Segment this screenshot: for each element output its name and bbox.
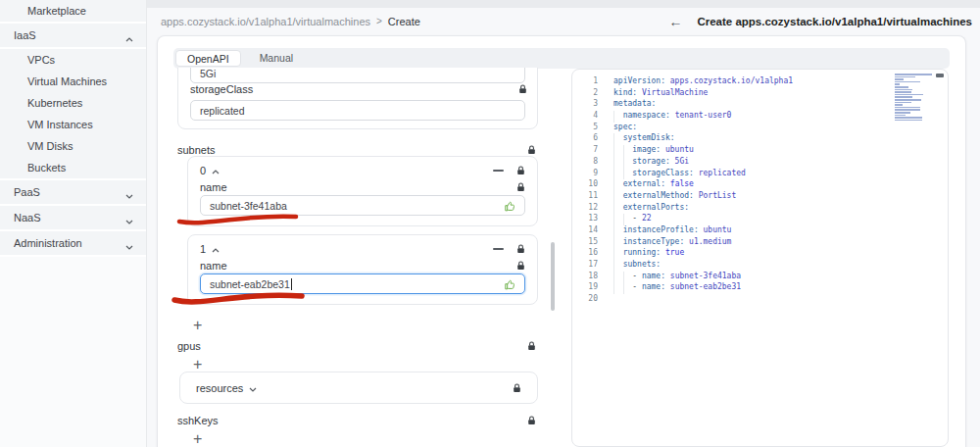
storage-input[interactable]: 5Gi [190, 68, 525, 83]
sidebar-item-vpcs[interactable]: VPCs [0, 49, 146, 71]
sidebar-item-iaas[interactable]: IaaS [0, 24, 146, 47]
sshkeys-label: sshKeys [177, 415, 219, 426]
sidebar-item-vm-disks[interactable]: VM Disks [0, 135, 146, 157]
subnet-1-value: subnet-eab2be31 [210, 278, 290, 290]
line-number: 15 [572, 237, 598, 249]
line-number: 17 [572, 260, 598, 272]
chevron-up-icon [212, 243, 220, 255]
code-line: 4 namespace: tenant-user0 [572, 111, 948, 123]
add-gpu-button[interactable]: + [193, 358, 202, 372]
sidebar: MarketplaceIaaSVPCsVirtual MachinesKuber… [0, 0, 147, 447]
tab-openapi[interactable]: OpenAPI [175, 50, 241, 67]
systemdisk-group-card: 5Gi storageClass replicated [177, 68, 538, 129]
line-number: 8 [572, 157, 598, 169]
thumbs-up-icon[interactable] [504, 278, 516, 293]
back-arrow-icon[interactable]: ← [668, 15, 682, 28]
sidebar-item-paas[interactable]: PaaS [0, 180, 146, 204]
code-line: 18 - name: subnet-3fe41aba [572, 272, 948, 283]
line-number: 3 [572, 99, 598, 111]
breadcrumb-current: Create [388, 16, 420, 27]
sidebar-nav: MarketplaceIaaSVPCsVirtual MachinesKuber… [0, 0, 146, 257]
subnet-0-name-input[interactable]: subnet-3fe41aba [200, 195, 525, 216]
code-line: 14 instanceProfile: ubuntu [572, 225, 948, 237]
line-number: 5 [572, 123, 598, 134]
lock-icon[interactable] [516, 244, 525, 254]
lock-icon[interactable] [516, 182, 525, 192]
line-number: 6 [572, 133, 598, 145]
code-line: 2kind: VirtualMachine [572, 88, 948, 100]
storageclass-value: replicated [200, 105, 245, 117]
code-line: 17 subnets: [572, 260, 948, 272]
form-scroll-area[interactable]: 5Gi storageClass replicated subnets 0 [177, 68, 538, 447]
yaml-editor[interactable]: 1apiVersion: apps.cozystack.io/v1alpha12… [571, 69, 949, 447]
lock-icon[interactable] [518, 84, 527, 94]
sidebar-item-label: Virtual Machines [27, 75, 107, 87]
remove-item-button[interactable] [493, 248, 504, 250]
subnet-item-1-card: 1 name subnet-eab2be31 [187, 234, 538, 305]
resources-label: resources [196, 382, 243, 394]
add-subnet-button[interactable]: + [193, 319, 202, 332]
sidebar-item-label: PaaS [14, 186, 40, 198]
breadcrumb-separator: > [376, 16, 382, 26]
code-line: 10 external: false [572, 179, 948, 191]
code-line: 20 [572, 294, 948, 306]
storage-value: 5Gi [200, 68, 216, 79]
code-line: 9 storageClass: replicated [572, 169, 948, 180]
sidebar-item-vm-instances[interactable]: VM Instances [0, 114, 146, 135]
line-number: 18 [572, 272, 598, 283]
resources-card: resources [179, 372, 538, 404]
thumbs-up-icon[interactable] [504, 200, 516, 215]
chevron-down-icon [249, 382, 257, 394]
resources-header[interactable]: resources [196, 382, 257, 394]
remove-item-button[interactable] [493, 170, 504, 172]
form-scrollbar-thumb[interactable] [551, 242, 555, 311]
sidebar-empty-area [0, 257, 146, 447]
sidebar-item-administration[interactable]: Administration [0, 231, 146, 255]
lock-icon[interactable] [513, 383, 521, 393]
subnet-0-value: subnet-3fe41aba [210, 200, 287, 212]
breadcrumb: apps.cozystack.io/v1alpha1/virtualmachin… [161, 16, 420, 27]
breadcrumb-path-link[interactable]: apps.cozystack.io/v1alpha1/virtualmachin… [161, 16, 370, 27]
sidebar-item-kubernetes[interactable]: Kubernetes [0, 92, 146, 114]
subnet-item-0-header[interactable]: 0 [200, 165, 220, 176]
storageclass-input[interactable]: replicated [190, 100, 525, 121]
code-line: 6 systemDisk: [572, 133, 948, 145]
line-number: 11 [572, 191, 598, 203]
subnet-1-name-input[interactable]: subnet-eab2be31 [200, 273, 525, 294]
lock-icon[interactable] [516, 261, 525, 271]
add-sshkey-button[interactable]: + [193, 432, 202, 446]
page-header: apps.cozystack.io/v1alpha1/virtualmachin… [147, 8, 980, 34]
subnet-item-1-header[interactable]: 1 [200, 243, 220, 255]
chevron-down-icon [125, 189, 133, 201]
sidebar-item-naas[interactable]: NaaS [0, 206, 146, 229]
item-index: 0 [200, 165, 206, 176]
sidebar-item-label: Kubernetes [27, 97, 82, 109]
sidebar-item-label: Administration [14, 237, 82, 249]
gpus-label: gpus [177, 340, 201, 352]
subnets-label: subnets [177, 144, 216, 156]
lock-icon[interactable] [516, 166, 525, 175]
text-cursor [291, 278, 292, 290]
code-lines: 1apiVersion: apps.cozystack.io/v1alpha12… [572, 76, 948, 306]
sidebar-item-marketplace[interactable]: Marketplace [0, 0, 146, 22]
name-label: name [200, 181, 227, 193]
lock-icon[interactable] [527, 341, 536, 351]
line-number: 19 [572, 282, 598, 294]
lock-icon[interactable] [527, 416, 536, 425]
chevron-up-icon [125, 32, 133, 44]
sidebar-item-label: Marketplace [27, 5, 86, 17]
line-number: 9 [572, 169, 598, 180]
lock-icon[interactable] [527, 145, 536, 155]
sidebar-item-label: VM Disks [27, 140, 73, 152]
code-line: 8 storage: 5Gi [572, 157, 948, 169]
line-number: 16 [572, 248, 598, 260]
page-title: Create apps.cozystack.io/v1alpha1/virtua… [697, 16, 972, 27]
minimap-slider[interactable] [936, 74, 944, 77]
sidebar-item-virtual-machines[interactable]: Virtual Machines [0, 71, 146, 92]
sidebar-item-buckets[interactable]: Buckets [0, 157, 146, 178]
name-label: name [200, 260, 227, 272]
code-line: 11 externalMethod: PortList [572, 191, 948, 203]
tab-manual[interactable]: Manual [249, 50, 304, 67]
chevron-up-icon [212, 165, 220, 176]
editor-minimap[interactable] [895, 74, 934, 124]
